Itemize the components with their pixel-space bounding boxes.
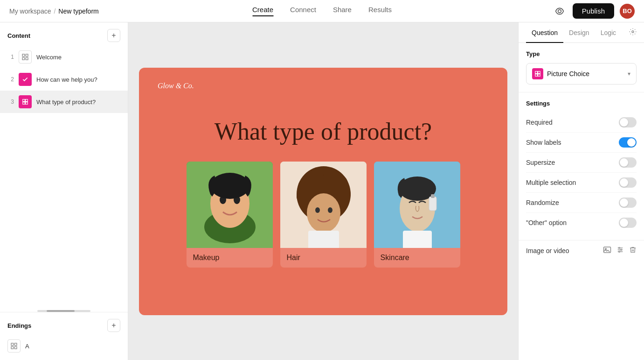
svg-point-47	[619, 247, 620, 249]
add-ending-button[interactable]: +	[107, 319, 120, 332]
svg-point-28	[315, 207, 320, 213]
choice-card-makeup[interactable]: Makeup	[187, 162, 273, 268]
adjust-icon[interactable]	[616, 246, 624, 255]
multiple-selection-toggle[interactable]	[619, 177, 637, 188]
type-select-dropdown[interactable]: Picture Choice ▾	[526, 63, 637, 85]
nav-right: Publish BO	[552, 3, 635, 19]
svg-rect-6	[26, 99, 28, 102]
svg-point-49	[619, 251, 620, 253]
panel-tab-question[interactable]: Question	[526, 22, 563, 43]
form-preview: Glow & Co. What type of product?	[139, 68, 507, 315]
item-number-3: 3	[7, 99, 14, 105]
required-row: Required	[526, 113, 637, 133]
svg-point-29	[328, 207, 332, 213]
svg-rect-3	[22, 57, 25, 60]
canvas: Glow & Co. What type of product?	[128, 22, 518, 360]
endings-label: Endings	[7, 322, 31, 329]
randomize-row: Randomize	[526, 193, 637, 213]
publish-button[interactable]: Publish	[573, 3, 614, 19]
choice-label-hair: Hair	[280, 248, 367, 268]
brand-name: Glow & Co.	[158, 82, 194, 90]
svg-rect-10	[14, 343, 17, 346]
svg-point-48	[621, 249, 622, 251]
other-option-toggle[interactable]	[619, 218, 637, 228]
chevron-down-icon: ▾	[628, 71, 630, 77]
choice-label-makeup: Makeup	[187, 248, 273, 268]
tab-share[interactable]: Share	[333, 6, 352, 16]
type-select-label: Picture Choice	[547, 70, 624, 78]
content-section-header: Content +	[0, 22, 128, 46]
add-content-button[interactable]: +	[107, 29, 120, 42]
image-video-label: Image or video	[526, 247, 569, 254]
item-number-1: 1	[7, 54, 14, 60]
sidebar: Content + 1 Welcome 2	[0, 22, 128, 360]
other-option-row: "Other" option	[526, 213, 637, 233]
sidebar-item-label-3: What type of product?	[36, 99, 120, 106]
sidebar-items: 1 Welcome 2 How can we help you?	[0, 46, 128, 310]
question-title: What type of product?	[158, 118, 489, 145]
sidebar-item-2[interactable]: 2 How can we help you?	[0, 68, 128, 91]
svg-rect-2	[26, 54, 28, 56]
choice-card-hair[interactable]: Hair	[280, 162, 367, 268]
sidebar-item-3[interactable]: 3 What type of product?	[0, 91, 128, 113]
svg-rect-11	[11, 346, 14, 349]
svg-point-23	[307, 169, 324, 186]
tab-connect[interactable]: Connect	[290, 6, 316, 16]
choice-image-makeup	[187, 162, 273, 248]
show-labels-toggle[interactable]	[619, 137, 637, 148]
svg-rect-1	[22, 54, 25, 56]
picture-icon	[19, 95, 32, 108]
tab-create[interactable]: Create	[252, 6, 273, 16]
panel-settings-icon[interactable]	[629, 28, 637, 37]
svg-rect-5	[23, 99, 25, 102]
choice-card-skincare[interactable]: Skincare	[374, 162, 460, 268]
choice-image-skincare	[374, 162, 460, 248]
avatar[interactable]: BO	[620, 4, 635, 19]
welcome-icon	[19, 50, 32, 64]
choice-image-hair	[280, 162, 367, 248]
multiple-selection-row: Multiple selection	[526, 173, 637, 193]
panel-tabs: Question Design Logic	[519, 22, 644, 43]
image-video-actions	[603, 246, 637, 255]
sidebar-item-1[interactable]: 1 Welcome	[0, 46, 128, 68]
svg-point-27	[307, 193, 340, 233]
svg-rect-41	[538, 74, 540, 77]
endings-item-label: A	[25, 343, 120, 350]
workspace-link[interactable]: My workspace	[9, 7, 51, 15]
svg-rect-8	[26, 102, 28, 105]
supersize-toggle[interactable]	[619, 157, 637, 168]
delete-icon[interactable]	[629, 246, 637, 255]
choice-label-skincare: Skincare	[374, 248, 460, 268]
form-title[interactable]: New typeform	[58, 7, 98, 15]
settings-section: Settings Required Show labels Supersize …	[519, 92, 644, 240]
panel-tab-logic[interactable]: Logic	[595, 22, 622, 43]
required-label: Required	[526, 119, 553, 126]
panel-tab-design[interactable]: Design	[563, 22, 595, 43]
svg-rect-40	[535, 74, 538, 77]
nav-tabs: Create Connect Share Results	[252, 6, 392, 16]
svg-rect-38	[535, 71, 538, 74]
scroll-thumb	[47, 310, 75, 312]
svg-point-26	[336, 187, 351, 202]
svg-rect-12	[14, 346, 17, 349]
svg-rect-9	[11, 343, 14, 346]
required-toggle[interactable]	[619, 117, 637, 127]
svg-point-37	[632, 31, 634, 33]
svg-rect-30	[308, 231, 339, 248]
endings-item[interactable]: A	[7, 336, 120, 356]
right-panel: Question Design Logic Type Pict	[518, 22, 644, 360]
supersize-label: Supersize	[526, 159, 555, 166]
randomize-label: Randomize	[526, 199, 559, 206]
preview-button[interactable]	[552, 4, 567, 19]
image-icon[interactable]	[603, 246, 611, 255]
sidebar-endings: Endings + A	[0, 312, 128, 360]
show-labels-row: Show labels	[526, 133, 637, 153]
tab-results[interactable]: Results	[368, 6, 392, 16]
scroll-indicator	[37, 310, 90, 312]
show-labels-label: Show labels	[526, 139, 561, 146]
sidebar-item-label-2: How can we help you?	[36, 76, 120, 83]
svg-point-0	[558, 9, 561, 13]
item-number-2: 2	[7, 76, 14, 83]
settings-label: Settings	[526, 100, 637, 107]
randomize-toggle[interactable]	[619, 198, 637, 208]
